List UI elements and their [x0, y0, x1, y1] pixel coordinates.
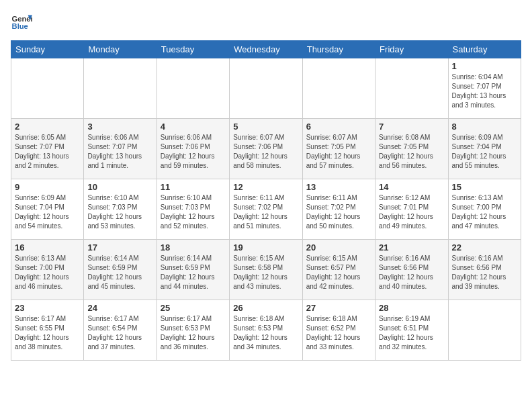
- col-header-monday: Monday: [84, 41, 157, 58]
- day-cell: 23Sunrise: 6:17 AM Sunset: 6:55 PM Dayli…: [11, 300, 84, 361]
- day-cell: 26Sunrise: 6:18 AM Sunset: 6:53 PM Dayli…: [230, 300, 302, 361]
- day-info: Sunrise: 6:06 AM Sunset: 7:07 PM Dayligh…: [87, 133, 152, 171]
- day-number: 6: [306, 122, 371, 132]
- col-header-wednesday: Wednesday: [230, 41, 302, 58]
- day-number: 26: [233, 303, 298, 313]
- day-cell: 20Sunrise: 6:15 AM Sunset: 6:57 PM Dayli…: [302, 240, 375, 300]
- day-info: Sunrise: 6:18 AM Sunset: 6:52 PM Dayligh…: [306, 314, 371, 352]
- svg-text:Blue: Blue: [12, 22, 28, 30]
- day-info: Sunrise: 6:11 AM Sunset: 7:02 PM Dayligh…: [306, 193, 371, 231]
- calendar-table: SundayMondayTuesdayWednesdayThursdayFrid…: [11, 40, 521, 361]
- day-cell: 19Sunrise: 6:15 AM Sunset: 6:58 PM Dayli…: [230, 240, 302, 300]
- day-info: Sunrise: 6:07 AM Sunset: 7:05 PM Dayligh…: [306, 133, 371, 171]
- day-cell: 12Sunrise: 6:11 AM Sunset: 7:02 PM Dayli…: [230, 179, 302, 240]
- day-cell: 4Sunrise: 6:06 AM Sunset: 7:06 PM Daylig…: [157, 119, 229, 179]
- day-info: Sunrise: 6:09 AM Sunset: 7:04 PM Dayligh…: [15, 193, 80, 231]
- day-cell: 8Sunrise: 6:09 AM Sunset: 7:04 PM Daylig…: [448, 119, 521, 179]
- day-number: 9: [15, 182, 80, 192]
- day-info: Sunrise: 6:16 AM Sunset: 6:56 PM Dayligh…: [379, 254, 444, 291]
- day-number: 5: [233, 122, 298, 132]
- day-info: Sunrise: 6:15 AM Sunset: 6:57 PM Dayligh…: [306, 254, 371, 291]
- day-info: Sunrise: 6:04 AM Sunset: 7:07 PM Dayligh…: [452, 73, 517, 110]
- day-info: Sunrise: 6:16 AM Sunset: 6:56 PM Dayligh…: [452, 254, 517, 291]
- day-info: Sunrise: 6:17 AM Sunset: 6:55 PM Dayligh…: [15, 314, 80, 352]
- day-number: 17: [87, 242, 152, 253]
- day-info: Sunrise: 6:17 AM Sunset: 6:54 PM Dayligh…: [87, 314, 152, 352]
- day-info: Sunrise: 6:05 AM Sunset: 7:07 PM Dayligh…: [15, 133, 80, 171]
- day-cell: 22Sunrise: 6:16 AM Sunset: 6:56 PM Dayli…: [448, 240, 521, 300]
- day-cell: 1Sunrise: 6:04 AM Sunset: 7:07 PM Daylig…: [448, 58, 521, 119]
- day-info: Sunrise: 6:13 AM Sunset: 7:00 PM Dayligh…: [15, 254, 80, 291]
- calendar-header-row: SundayMondayTuesdayWednesdayThursdayFrid…: [11, 41, 521, 58]
- day-cell: 9Sunrise: 6:09 AM Sunset: 7:04 PM Daylig…: [11, 179, 84, 240]
- day-info: Sunrise: 6:09 AM Sunset: 7:04 PM Dayligh…: [452, 133, 517, 171]
- day-info: Sunrise: 6:10 AM Sunset: 7:03 PM Dayligh…: [161, 193, 226, 231]
- week-row-5: 23Sunrise: 6:17 AM Sunset: 6:55 PM Dayli…: [11, 300, 521, 361]
- day-info: Sunrise: 6:14 AM Sunset: 6:59 PM Dayligh…: [87, 254, 152, 291]
- day-cell: 24Sunrise: 6:17 AM Sunset: 6:54 PM Dayli…: [84, 300, 157, 361]
- day-number: 23: [15, 303, 80, 313]
- logo-icon: General Blue: [11, 11, 32, 32]
- day-cell: [157, 58, 229, 119]
- day-cell: [375, 58, 448, 119]
- day-cell: 28Sunrise: 6:19 AM Sunset: 6:51 PM Dayli…: [375, 300, 448, 361]
- week-row-1: 1Sunrise: 6:04 AM Sunset: 7:07 PM Daylig…: [11, 58, 521, 119]
- day-cell: 17Sunrise: 6:14 AM Sunset: 6:59 PM Dayli…: [84, 240, 157, 300]
- day-cell: 27Sunrise: 6:18 AM Sunset: 6:52 PM Dayli…: [302, 300, 375, 361]
- day-info: Sunrise: 6:19 AM Sunset: 6:51 PM Dayligh…: [379, 314, 444, 352]
- col-header-sunday: Sunday: [11, 41, 84, 58]
- day-number: 20: [306, 242, 371, 253]
- day-info: Sunrise: 6:08 AM Sunset: 7:05 PM Dayligh…: [379, 133, 444, 171]
- week-row-3: 9Sunrise: 6:09 AM Sunset: 7:04 PM Daylig…: [11, 179, 521, 240]
- day-number: 13: [306, 182, 371, 192]
- day-cell: 15Sunrise: 6:13 AM Sunset: 7:00 PM Dayli…: [448, 179, 521, 240]
- col-header-saturday: Saturday: [448, 41, 521, 58]
- day-cell: 6Sunrise: 6:07 AM Sunset: 7:05 PM Daylig…: [302, 119, 375, 179]
- day-number: 3: [87, 122, 152, 132]
- week-row-4: 16Sunrise: 6:13 AM Sunset: 7:00 PM Dayli…: [11, 240, 521, 300]
- day-cell: 11Sunrise: 6:10 AM Sunset: 7:03 PM Dayli…: [157, 179, 229, 240]
- day-number: 4: [161, 122, 226, 132]
- day-cell: 25Sunrise: 6:17 AM Sunset: 6:53 PM Dayli…: [157, 300, 229, 361]
- day-info: Sunrise: 6:17 AM Sunset: 6:53 PM Dayligh…: [161, 314, 226, 352]
- day-info: Sunrise: 6:15 AM Sunset: 6:58 PM Dayligh…: [233, 254, 298, 291]
- day-cell: 18Sunrise: 6:14 AM Sunset: 6:59 PM Dayli…: [157, 240, 229, 300]
- day-cell: [448, 300, 521, 361]
- day-cell: 7Sunrise: 6:08 AM Sunset: 7:05 PM Daylig…: [375, 119, 448, 179]
- day-number: 27: [306, 303, 371, 313]
- day-info: Sunrise: 6:07 AM Sunset: 7:06 PM Dayligh…: [233, 133, 298, 171]
- day-cell: 16Sunrise: 6:13 AM Sunset: 7:00 PM Dayli…: [11, 240, 84, 300]
- day-number: 14: [379, 182, 444, 192]
- day-cell: [302, 58, 375, 119]
- day-cell: [84, 58, 157, 119]
- day-number: 21: [379, 242, 444, 253]
- day-cell: [11, 58, 84, 119]
- day-number: 19: [233, 242, 298, 253]
- day-number: 11: [161, 182, 226, 192]
- day-cell: 14Sunrise: 6:12 AM Sunset: 7:01 PM Dayli…: [375, 179, 448, 240]
- day-number: 10: [87, 182, 152, 192]
- logo: General Blue: [11, 11, 34, 32]
- day-number: 15: [452, 182, 517, 192]
- day-info: Sunrise: 6:11 AM Sunset: 7:02 PM Dayligh…: [233, 193, 298, 231]
- day-cell: 3Sunrise: 6:06 AM Sunset: 7:07 PM Daylig…: [84, 119, 157, 179]
- day-info: Sunrise: 6:06 AM Sunset: 7:06 PM Dayligh…: [161, 133, 226, 171]
- page-header: General Blue: [11, 11, 521, 32]
- day-number: 24: [87, 303, 152, 313]
- week-row-2: 2Sunrise: 6:05 AM Sunset: 7:07 PM Daylig…: [11, 119, 521, 179]
- day-number: 16: [15, 242, 80, 253]
- day-number: 8: [452, 122, 517, 132]
- day-number: 25: [161, 303, 226, 313]
- day-cell: 2Sunrise: 6:05 AM Sunset: 7:07 PM Daylig…: [11, 119, 84, 179]
- day-number: 2: [15, 122, 80, 132]
- day-cell: 13Sunrise: 6:11 AM Sunset: 7:02 PM Dayli…: [302, 179, 375, 240]
- day-number: 1: [452, 61, 517, 71]
- day-number: 18: [161, 242, 226, 253]
- day-cell: 10Sunrise: 6:10 AM Sunset: 7:03 PM Dayli…: [84, 179, 157, 240]
- day-cell: 21Sunrise: 6:16 AM Sunset: 6:56 PM Dayli…: [375, 240, 448, 300]
- col-header-thursday: Thursday: [302, 41, 375, 58]
- day-cell: [230, 58, 302, 119]
- day-info: Sunrise: 6:12 AM Sunset: 7:01 PM Dayligh…: [379, 193, 444, 231]
- day-info: Sunrise: 6:10 AM Sunset: 7:03 PM Dayligh…: [87, 193, 152, 231]
- col-header-friday: Friday: [375, 41, 448, 58]
